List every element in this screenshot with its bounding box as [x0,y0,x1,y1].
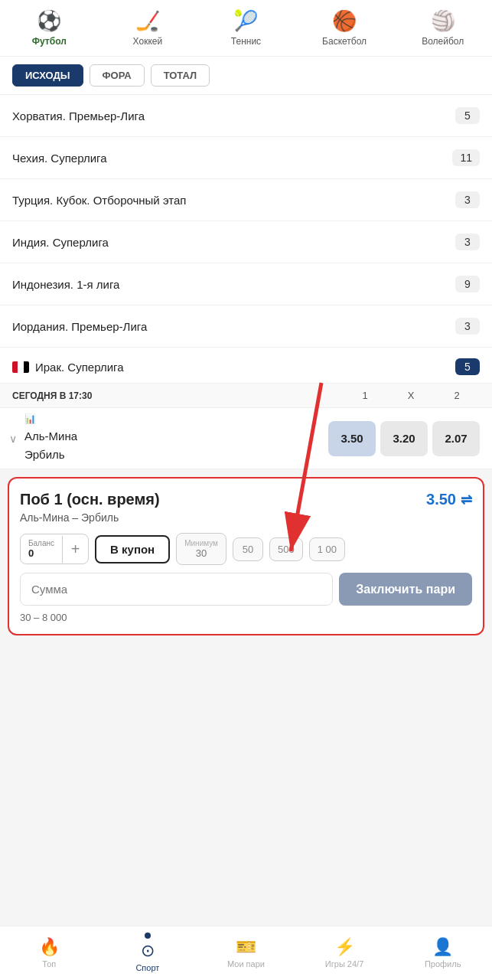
bn-label-sport: Спорт [135,963,159,972]
coupon-button[interactable]: В купон [95,535,170,564]
col-header-x: X [388,390,434,401]
tab-outcomes[interactable]: ИСХОДЫ [12,64,83,87]
league-count: 3 [455,191,480,208]
min-label: Минимум [184,539,218,547]
odds-btn-1[interactable]: 3.50 [328,421,376,456]
expanded-league-name: Ирак. Суперлига [35,361,124,374]
balance-inner: Баланс 0 [21,534,62,564]
col-header-2: 2 [434,390,480,401]
match-time-label: СЕГОДНЯ В 17:30 [12,390,342,401]
filter-tabs: ИСХОДЫ ФОРА ТОТАЛ [0,57,492,95]
league-count: 5 [455,107,480,124]
match-row: ∨ 📊 Аль-Мина Эрбиль 3.50 3.20 2.07 [0,408,492,469]
bottom-nav-games[interactable]: ⚡ Игры 24/7 [295,937,394,969]
bottom-nav: 🔥 Топ ⊙ Спорт 🎫 Мои пари ⚡ Игры 24/7 👤 П… [0,926,492,980]
league-name: Индия. Суперлига [12,236,109,249]
league-list: Хорватия. Премьер-Лига 5 Чехия. Суперлиг… [0,95,492,469]
bet-slip: Поб 1 (осн. время) 3.50 ⇌ Аль-Мина – Эрб… [8,477,484,635]
league-name: Чехия. Суперлига [12,152,107,165]
expand-match-icon[interactable]: ∨ [9,433,17,445]
bottom-nav-mybets[interactable]: 🎫 Мои пари [197,937,295,969]
nav-item-volleyball[interactable]: 🏐 Волейбол [393,6,492,53]
col-header-1: 1 [342,390,388,401]
expanded-league-count: 5 [455,358,480,375]
league-name: Индонезия. 1-я лига [12,278,119,291]
league-count: 11 [452,149,480,166]
bet-slip-title: Поб 1 (осн. время) [20,491,160,508]
quick-amount-50[interactable]: 50 [233,537,263,561]
tab-fora[interactable]: ФОРА [90,64,145,87]
fire-icon: 🔥 [39,937,60,957]
bet-slip-match: Аль-Мина – Эрбиль [20,511,472,524]
bottom-nav-top[interactable]: 🔥 Топ [0,937,99,969]
tennis-icon: 🎾 [233,9,258,33]
profile-icon: 👤 [432,937,453,957]
bet-sum-input[interactable] [20,573,333,606]
team2-name: Эрбиль [24,446,324,464]
iraq-flag-icon [12,361,29,373]
mybets-icon: 🎫 [236,937,256,957]
bn-label-games: Игры 24/7 [325,959,363,969]
list-item[interactable]: Индия. Суперлига 3 [0,221,492,263]
nav-item-football[interactable]: ⚽ Футбол [0,6,99,53]
bet-input-row: Заключить пари [20,573,472,606]
league-count: 3 [455,318,480,335]
match-column-headers: СЕГОДНЯ В 17:30 1 X 2 [0,384,492,408]
bet-range: 30 – 8 000 [20,612,472,623]
list-item[interactable]: Чехия. Суперлига 11 [0,137,492,179]
expanded-league-name-row: Ирак. Суперлига [12,361,124,374]
balance-box: Баланс 0 + [20,534,89,564]
tab-total[interactable]: ТОТАЛ [151,64,210,87]
bottom-nav-sport[interactable]: ⊙ Спорт [99,933,197,972]
team1-name: Аль-Мина [24,427,324,446]
hockey-icon: 🏒 [135,9,160,33]
expanded-league: Ирак. Суперлига 5 СЕГОДНЯ В 17:30 1 X 2 … [0,348,492,469]
bn-label-mybets: Мои пари [227,959,265,969]
odds-btn-x[interactable]: 3.20 [380,421,428,456]
sport-active-dot [145,933,151,939]
min-value: 30 [184,547,218,559]
stats-icon: 📊 [24,413,324,424]
nav-label-football: Футбол [32,36,67,47]
top-nav: ⚽ Футбол 🏒 Хоккей 🎾 Теннис 🏀 Баскетбол 🏐… [0,0,492,57]
football-icon: ⚽ [37,9,61,33]
list-item[interactable]: Хорватия. Премьер-Лига 5 [0,95,492,137]
balance-add-button[interactable]: + [62,536,88,563]
expanded-league-header[interactable]: Ирак. Суперлига 5 [0,348,492,384]
nav-label-volleyball: Волейбол [422,36,464,47]
quick-amount-1000[interactable]: 1 00 [309,537,345,561]
match-teams: 📊 Аль-Мина Эрбиль [24,413,324,464]
nav-label-tennis: Теннис [231,36,261,47]
volleyball-icon: 🏐 [431,9,455,33]
league-name: Иордания. Премьер-Лига [12,320,147,333]
balance-value: 0 [28,547,54,559]
nav-item-basketball[interactable]: 🏀 Баскетбол [295,6,394,53]
league-name: Турция. Кубок. Отборочный этап [12,194,186,207]
bet-slip-odds: 3.50 ⇌ [426,491,472,508]
list-item[interactable]: Индонезия. 1-я лига 9 [0,263,492,305]
games-icon: ⚡ [334,937,355,957]
bet-submit-button[interactable]: Заключить пари [339,573,472,606]
nav-label-basketball: Баскетбол [322,36,367,47]
bn-label-profile: Профиль [425,959,461,969]
bet-slip-odds-value: 3.50 [426,491,456,508]
league-count: 3 [455,234,480,250]
balance-label: Баланс [28,539,54,547]
basketball-icon: 🏀 [332,9,357,33]
nav-item-hockey[interactable]: 🏒 Хоккей [99,6,197,53]
bet-slip-header: Поб 1 (осн. время) 3.50 ⇌ [20,491,472,508]
league-count: 9 [455,276,480,292]
nav-item-tennis[interactable]: 🎾 Теннис [197,6,295,53]
bet-slip-options-icon[interactable]: ⇌ [461,492,472,508]
quick-amount-min: Минимум 30 [176,533,226,565]
bet-slip-controls: Баланс 0 + В купон Минимум 30 50 500 1 0… [20,533,472,565]
nav-label-hockey: Хоккей [133,36,163,47]
odds-btn-2[interactable]: 2.07 [432,421,480,456]
list-item[interactable]: Турция. Кубок. Отборочный этап 3 [0,179,492,221]
bottom-nav-profile[interactable]: 👤 Профиль [393,937,492,969]
bn-label-top: Топ [42,959,56,969]
list-item[interactable]: Иордания. Премьер-Лига 3 [0,305,492,348]
sport-icon: ⊙ [141,941,155,961]
league-name: Хорватия. Премьер-Лига [12,109,145,122]
quick-amount-500[interactable]: 500 [269,537,303,561]
